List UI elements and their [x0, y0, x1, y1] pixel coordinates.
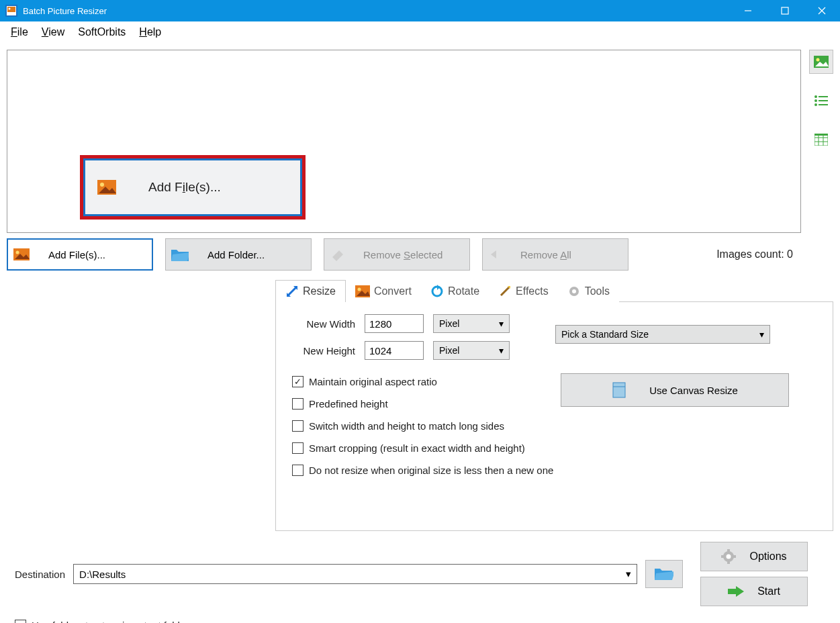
add-files-label: Add File(s)...: [48, 249, 152, 260]
svg-rect-53: [721, 555, 724, 558]
tab-rotate[interactable]: Rotate: [421, 280, 489, 302]
gear-icon: [567, 285, 581, 298]
svg-marker-56: [736, 586, 744, 597]
remove-selected-button[interactable]: Remove Selected: [324, 238, 470, 271]
svg-point-9: [100, 183, 104, 187]
svg-point-16: [814, 99, 817, 102]
switch-wh-checkbox[interactable]: [292, 420, 304, 432]
minimize-button[interactable]: [729, 0, 766, 21]
tab-resize-panel: New Width Pixel▾ New Height Pixel▾ Pick …: [275, 301, 833, 531]
svg-rect-52: [727, 561, 730, 564]
chevron-down-icon: ▾: [759, 329, 764, 340]
browse-destination-button[interactable]: [645, 560, 683, 588]
svg-rect-25: [814, 134, 828, 136]
svg-rect-5: [782, 7, 788, 14]
start-button[interactable]: Start: [700, 577, 808, 606]
smart-cropping-checkbox[interactable]: [292, 442, 304, 454]
wand-icon: [498, 285, 512, 298]
destination-combo[interactable]: D:\Results▾: [73, 564, 637, 584]
height-unit-combo[interactable]: Pixel▾: [433, 341, 510, 360]
smart-cropping-label: Smart cropping (result in exact width an…: [309, 442, 525, 454]
standard-size-combo[interactable]: Pick a Standard Size▾: [555, 325, 770, 344]
svg-rect-55: [728, 589, 736, 594]
aspect-ratio-checkbox[interactable]: [292, 376, 304, 387]
new-width-input[interactable]: [365, 314, 424, 333]
svg-rect-19: [819, 104, 828, 105]
svg-marker-31: [332, 250, 343, 261]
menu-file[interactable]: File: [4, 23, 35, 41]
canvas-resize-button[interactable]: Use Canvas Resize: [561, 373, 789, 407]
titlebar: Batch Picture Resizer: [0, 0, 840, 21]
svg-rect-54: [733, 555, 736, 558]
view-thumbnails-button[interactable]: [809, 50, 833, 74]
svg-point-18: [814, 103, 817, 106]
add-files-button[interactable]: Add File(s)...: [7, 238, 153, 271]
use-folder-structure-label: Use folder structure in output folder: [32, 620, 189, 623]
window-title: Batch Picture Resizer: [23, 6, 729, 16]
new-height-label: New Height: [288, 345, 355, 356]
predefined-height-checkbox[interactable]: [292, 398, 304, 410]
maximize-button[interactable]: [766, 0, 803, 21]
svg-point-12: [816, 58, 820, 62]
new-width-label: New Width: [288, 318, 355, 330]
tab-effects[interactable]: Effects: [489, 280, 558, 302]
folder-icon: [171, 248, 189, 261]
picture-icon: [13, 248, 30, 260]
close-button[interactable]: [803, 0, 840, 21]
no-resize-label: Do not resize when original size is less…: [309, 465, 553, 476]
convert-icon: [355, 285, 370, 297]
svg-rect-2: [7, 7, 15, 12]
svg-rect-15: [819, 96, 828, 97]
aspect-ratio-label: Maintain original aspect ratio: [309, 376, 437, 387]
svg-point-14: [814, 95, 817, 98]
options-button[interactable]: Options: [700, 542, 808, 571]
menu-help[interactable]: Help: [132, 23, 168, 41]
width-unit-combo[interactable]: Pixel▾: [433, 314, 510, 333]
svg-point-3: [9, 8, 11, 10]
picture-icon: [97, 180, 116, 195]
predefined-height-label: Predefined height: [309, 398, 388, 410]
preview-area: Add File(s)...: [7, 50, 801, 233]
back-icon: [488, 248, 502, 261]
svg-point-44: [572, 289, 576, 293]
switch-wh-label: Switch width and height to match long si…: [309, 420, 504, 432]
folder-open-icon: [655, 567, 673, 581]
svg-point-50: [727, 555, 731, 559]
app-icon: [5, 5, 17, 17]
add-folder-button[interactable]: Add Folder...: [165, 238, 312, 271]
remove-all-label: Remove All: [520, 249, 628, 260]
view-list-button[interactable]: [809, 89, 833, 113]
svg-point-37: [357, 287, 361, 291]
new-height-input[interactable]: [365, 341, 424, 360]
chevron-down-icon: ▾: [499, 318, 504, 329]
add-files-big-label: Add File(s)...: [148, 180, 221, 195]
no-resize-checkbox[interactable]: [292, 465, 304, 476]
rotate-icon: [430, 285, 444, 298]
gear-icon: [721, 549, 736, 564]
chevron-down-icon: ▾: [626, 568, 631, 580]
svg-point-27: [16, 251, 19, 254]
svg-marker-32: [491, 250, 496, 258]
add-files-highlight: Add File(s)...: [80, 155, 306, 220]
canvas-icon: [612, 381, 626, 399]
chevron-down-icon: ▾: [499, 345, 504, 356]
use-folder-structure-checkbox[interactable]: [15, 620, 26, 623]
add-folder-label: Add Folder...: [207, 249, 311, 260]
tab-convert[interactable]: Convert: [346, 280, 421, 302]
resize-icon: [285, 285, 299, 298]
tab-tools[interactable]: Tools: [558, 280, 619, 302]
eraser-icon: [330, 248, 344, 261]
list-icon: [814, 95, 828, 106]
remove-all-button[interactable]: Remove All: [482, 238, 628, 271]
destination-label: Destination: [15, 569, 65, 580]
svg-rect-17: [819, 100, 828, 101]
view-grid-button[interactable]: [809, 128, 833, 152]
menubar: File View SoftOrbits Help: [0, 21, 840, 43]
start-arrow-icon: [728, 585, 744, 598]
add-files-big-button[interactable]: Add File(s)...: [83, 158, 302, 216]
svg-marker-40: [437, 285, 440, 290]
menu-softorbits[interactable]: SoftOrbits: [71, 23, 132, 41]
menu-view[interactable]: View: [35, 23, 71, 41]
svg-line-41: [501, 287, 509, 295]
tab-resize[interactable]: Resize: [275, 280, 346, 302]
